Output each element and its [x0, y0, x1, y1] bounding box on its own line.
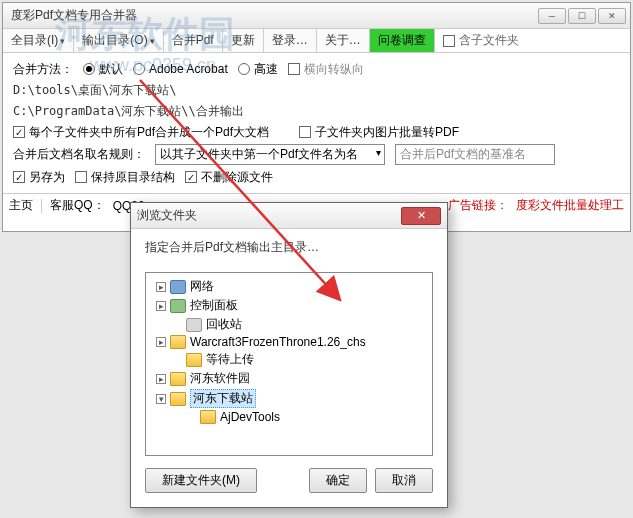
- base-name-input[interactable]: 合并后Pdf文档的基准名: [395, 144, 555, 165]
- include-subfolders-checkbox[interactable]: 含子文件夹: [435, 29, 527, 52]
- expand-icon[interactable]: [156, 282, 166, 292]
- all-dir-button[interactable]: 全目录(I): [3, 29, 74, 52]
- tree-item[interactable]: 回收站: [148, 315, 430, 334]
- output-dir-button[interactable]: 输出目录(O): [74, 29, 163, 52]
- titlebar: 度彩Pdf文档专用合并器 ─ ☐ ✕: [3, 3, 630, 29]
- tree-item-label: 等待上传: [206, 351, 254, 368]
- folder-icon: [170, 392, 186, 406]
- naming-rule-label: 合并后文档名取名规则：: [13, 146, 145, 163]
- cpl-icon: [170, 299, 186, 313]
- sub-img-to-pdf-checkbox[interactable]: 子文件夹内图片批量转PDF: [299, 124, 459, 141]
- ad-label: 广告链接：: [448, 197, 508, 214]
- tree-item[interactable]: 网络: [148, 277, 430, 296]
- expand-icon: [172, 355, 182, 365]
- expand-icon: [186, 412, 196, 422]
- home-link[interactable]: 主页: [9, 197, 33, 214]
- new-folder-button[interactable]: 新建文件夹(M): [145, 468, 257, 493]
- browse-folder-dialog: 浏览文件夹 ✕ 指定合并后Pdf文档输出主目录… 网络控制面板回收站Warcra…: [130, 202, 448, 508]
- tree-item[interactable]: AjDevTools: [148, 409, 430, 425]
- tree-item[interactable]: Warcraft3FrozenThrone1.26_chs: [148, 334, 430, 350]
- folder-icon: [200, 410, 216, 424]
- tree-item-label: Warcraft3FrozenThrone1.26_chs: [190, 335, 366, 349]
- naming-rule-select[interactable]: 以其子文件夹中第一个Pdf文件名为名: [155, 144, 385, 165]
- tree-item-label: AjDevTools: [220, 410, 280, 424]
- dialog-close-button[interactable]: ✕: [401, 207, 441, 225]
- expand-icon[interactable]: [156, 374, 166, 384]
- net-icon: [170, 280, 186, 294]
- about-button[interactable]: 关于…: [317, 29, 370, 52]
- expand-icon: [172, 320, 182, 330]
- expand-icon[interactable]: [156, 337, 166, 347]
- keep-struct-checkbox[interactable]: 保持原目录结构: [75, 169, 175, 186]
- close-button[interactable]: ✕: [598, 8, 626, 24]
- folder-tree[interactable]: 网络控制面板回收站Warcraft3FrozenThrone1.26_chs等待…: [145, 272, 433, 456]
- tree-item[interactable]: 等待上传: [148, 350, 430, 369]
- bin-icon: [186, 318, 202, 332]
- tree-item-label: 网络: [190, 278, 214, 295]
- main-window: 度彩Pdf文档专用合并器 ─ ☐ ✕ 全目录(I) 输出目录(O) 合并Pdf …: [2, 2, 631, 232]
- login-button[interactable]: 登录…: [264, 29, 317, 52]
- checkbox-icon: [443, 35, 455, 47]
- maximize-button[interactable]: ☐: [568, 8, 596, 24]
- no-delete-src-checkbox[interactable]: 不删除源文件: [185, 169, 273, 186]
- tree-item[interactable]: 控制面板: [148, 296, 430, 315]
- tree-item-label: 控制面板: [190, 297, 238, 314]
- rotate-checkbox[interactable]: 横向转纵向: [288, 61, 364, 78]
- dest-path: C:\ProgramData\河东下载站\\合并输出: [13, 103, 244, 120]
- qq-label: 客服QQ：: [50, 197, 105, 214]
- tree-item-label: 回收站: [206, 316, 242, 333]
- window-title: 度彩Pdf文档专用合并器: [7, 7, 538, 24]
- method-acrobat-radio[interactable]: Adobe Acrobat: [133, 62, 228, 76]
- folder-icon: [170, 372, 186, 386]
- source-path: D:\tools\桌面\河东下载站\: [13, 82, 176, 99]
- tree-item-label: 河东下载站: [190, 389, 256, 408]
- minimize-button[interactable]: ─: [538, 8, 566, 24]
- dialog-message: 指定合并后Pdf文档输出主目录…: [131, 229, 447, 266]
- merge-each-sub-checkbox[interactable]: 每个子文件夹中所有Pdf合并成一个Pdf大文档: [13, 124, 269, 141]
- tree-item-label: 河东软件园: [190, 370, 250, 387]
- expand-icon[interactable]: [156, 394, 166, 404]
- merge-method-label: 合并方法：: [13, 61, 73, 78]
- folder-icon: [186, 353, 202, 367]
- toolbar: 全目录(I) 输出目录(O) 合并Pdf 更新 登录… 关于… 问卷调查 含子文…: [3, 29, 630, 53]
- ok-button[interactable]: 确定: [309, 468, 367, 493]
- tree-item[interactable]: 河东下载站: [148, 388, 430, 409]
- update-button[interactable]: 更新: [223, 29, 264, 52]
- survey-button[interactable]: 问卷调查: [370, 29, 435, 52]
- merge-pdf-button[interactable]: 合并Pdf: [164, 29, 223, 52]
- include-subfolders-label: 含子文件夹: [459, 32, 519, 49]
- cancel-button[interactable]: 取消: [375, 468, 433, 493]
- ad-link[interactable]: 度彩文件批量处理工: [516, 197, 624, 214]
- tree-item[interactable]: 河东软件园: [148, 369, 430, 388]
- expand-icon[interactable]: [156, 301, 166, 311]
- method-default-radio[interactable]: 默认: [83, 61, 123, 78]
- folder-icon: [170, 335, 186, 349]
- save-as-checkbox[interactable]: 另存为: [13, 169, 65, 186]
- method-fast-radio[interactable]: 高速: [238, 61, 278, 78]
- dialog-title: 浏览文件夹: [137, 207, 401, 224]
